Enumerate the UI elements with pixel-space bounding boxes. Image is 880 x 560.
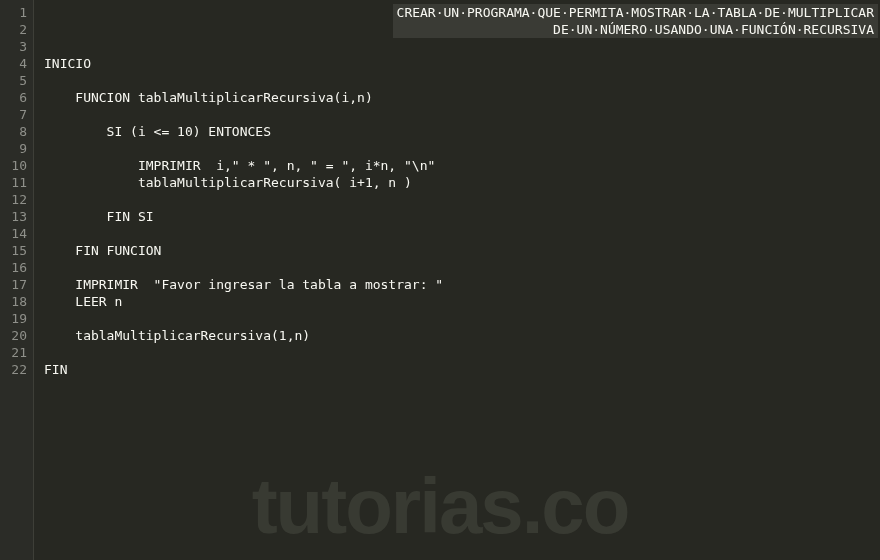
line-number: 19 xyxy=(6,310,27,327)
header-comment-line: CREAR·UN·PROGRAMA·QUE·PERMITA·MOSTRAR·LA… xyxy=(393,4,878,21)
line-number: 2 xyxy=(6,21,27,38)
line-number: 22 xyxy=(6,361,27,378)
line-number: 7 xyxy=(6,106,27,123)
code-line[interactable]: FIN FUNCION xyxy=(44,242,880,259)
code-line[interactable] xyxy=(44,106,880,123)
code-line[interactable] xyxy=(44,259,880,276)
code-line[interactable] xyxy=(44,38,880,55)
code-line[interactable]: IMPRIMIR i," * ", n, " = ", i*n, "\n" xyxy=(44,157,880,174)
line-number: 12 xyxy=(6,191,27,208)
line-number: 16 xyxy=(6,259,27,276)
code-line[interactable]: INICIO xyxy=(44,55,880,72)
code-line[interactable]: FIN SI xyxy=(44,208,880,225)
line-number: 9 xyxy=(6,140,27,157)
line-number: 8 xyxy=(6,123,27,140)
code-area[interactable]: CREAR·UN·PROGRAMA·QUE·PERMITA·MOSTRAR·LA… xyxy=(34,0,880,560)
code-editor[interactable]: 12345678910111213141516171819202122 CREA… xyxy=(0,0,880,560)
code-line[interactable] xyxy=(44,191,880,208)
line-number: 3 xyxy=(6,38,27,55)
code-line[interactable]: SI (i <= 10) ENTONCES xyxy=(44,123,880,140)
code-line[interactable] xyxy=(44,140,880,157)
line-number: 13 xyxy=(6,208,27,225)
line-number: 4 xyxy=(6,55,27,72)
code-line[interactable]: tablaMultiplicarRecursiva(1,n) xyxy=(44,327,880,344)
code-line[interactable]: FIN xyxy=(44,361,880,378)
line-number: 10 xyxy=(6,157,27,174)
line-number: 18 xyxy=(6,293,27,310)
code-line[interactable]: LEER n xyxy=(44,293,880,310)
line-number-gutter: 12345678910111213141516171819202122 xyxy=(0,0,34,560)
line-number: 5 xyxy=(6,72,27,89)
code-line[interactable] xyxy=(44,310,880,327)
line-number: 15 xyxy=(6,242,27,259)
header-comment-line: DE·UN·NÚMERO·USANDO·UNA·FUNCIÓN·RECURSIV… xyxy=(393,21,878,38)
code-line[interactable]: IMPRIMIR "Favor ingresar la tabla a most… xyxy=(44,276,880,293)
header-comment-block: CREAR·UN·PROGRAMA·QUE·PERMITA·MOSTRAR·LA… xyxy=(393,4,878,38)
code-line[interactable] xyxy=(44,225,880,242)
line-number: 6 xyxy=(6,89,27,106)
line-number: 14 xyxy=(6,225,27,242)
line-number: 17 xyxy=(6,276,27,293)
line-number: 1 xyxy=(6,4,27,21)
code-line[interactable] xyxy=(44,344,880,361)
code-line[interactable]: FUNCION tablaMultiplicarRecursiva(i,n) xyxy=(44,89,880,106)
line-number: 11 xyxy=(6,174,27,191)
code-line[interactable] xyxy=(44,72,880,89)
line-number: 21 xyxy=(6,344,27,361)
code-line[interactable]: tablaMultiplicarRecursiva( i+1, n ) xyxy=(44,174,880,191)
line-number: 20 xyxy=(6,327,27,344)
